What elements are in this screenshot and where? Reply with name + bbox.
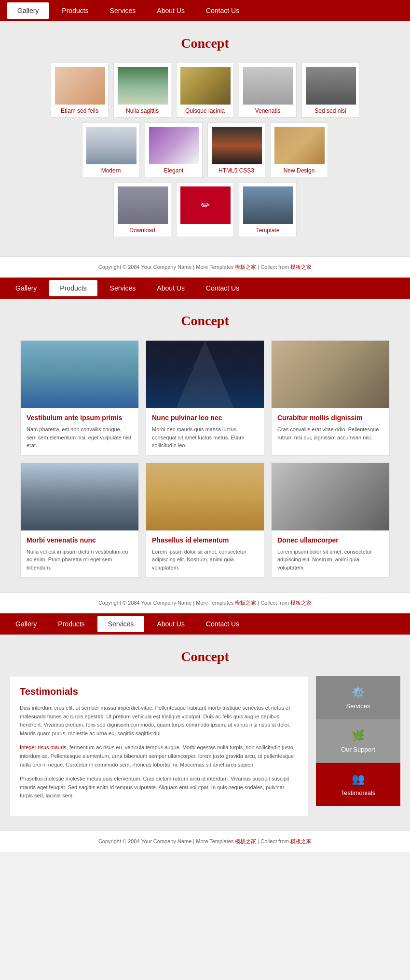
gallery-item[interactable]: New Design	[270, 122, 328, 177]
gallery-img	[243, 67, 293, 105]
testimonials-icon: 👥	[352, 773, 365, 785]
products-grid: Vestibulum ante ipsum primis Nam pharetr…	[10, 340, 400, 578]
nav-products: Gallery Products Services About Us Conta…	[0, 278, 410, 299]
product-card-body: Phasellus id elementum Lorem ipsum dolor…	[146, 530, 264, 578]
footer-link1[interactable]: 模板之家	[235, 600, 256, 606]
footer-link2[interactable]: 模板之家	[290, 838, 312, 844]
gallery-img	[243, 186, 293, 224]
gallery-item[interactable]: Nulla sagittis	[113, 63, 171, 118]
product-image	[21, 463, 138, 530]
product-card[interactable]: Donec ullamcorper Lorem ipsum dolor sit …	[271, 463, 390, 578]
footer-link1[interactable]: 模板之家	[235, 838, 256, 844]
footer-sep: | Collect from	[258, 838, 289, 844]
footer-text: Copyright © 2084 Your Company Name | Mor…	[98, 838, 233, 844]
gallery-item[interactable]: Modern	[82, 122, 140, 177]
gallery-item[interactable]: Sed sed nisi	[301, 63, 359, 118]
gallery-caption: Venenatis	[243, 107, 292, 114]
nav-item-products[interactable]: Products	[51, 0, 99, 21]
nav-gallery: Gallery Products Services About Us Conta…	[0, 0, 410, 21]
nav-item-products[interactable]: Products	[47, 613, 95, 635]
testimonials-panel: Testimonials Duis interdum eros elit, ut…	[10, 676, 308, 816]
gallery-item[interactable]: Download	[113, 182, 171, 237]
gallery-img	[212, 127, 262, 164]
gallery-caption: Nulla sagittis	[118, 107, 167, 114]
footer-link2[interactable]: 模板之家	[290, 264, 312, 270]
gallery-row-3: Download Template	[10, 182, 400, 237]
gallery-caption: Etiam sed felis	[55, 107, 104, 114]
section-gallery: Gallery Products Services About Us Conta…	[0, 0, 410, 278]
nav-item-services[interactable]: Services	[97, 616, 145, 632]
nav-item-gallery[interactable]: Gallery	[5, 278, 47, 299]
footer-link1[interactable]: 模板之家	[235, 264, 256, 270]
gallery-caption: Modern	[86, 167, 136, 174]
nav-item-about[interactable]: About Us	[146, 278, 195, 299]
sidebar-services-btn[interactable]: ⚙️ Services	[316, 676, 400, 719]
nav-item-contact[interactable]: Contact Us	[195, 0, 250, 21]
nav-item-services[interactable]: Services	[99, 0, 147, 21]
nav-item-gallery[interactable]: Gallery	[5, 613, 47, 635]
nav-item-about[interactable]: About Us	[146, 613, 195, 635]
gallery-item[interactable]: Template	[239, 182, 297, 237]
testimonials-para-1: Duis interdum eros elit, ut semper massa…	[20, 704, 298, 738]
product-card-body: Vestibulum ante ipsum primis Nam pharetr…	[21, 408, 138, 455]
product-card[interactable]: Curabitur mollis dignissim Cras convalli…	[271, 340, 390, 456]
gallery-img	[149, 127, 199, 164]
product-image	[146, 341, 264, 408]
gallery-caption: Download	[118, 227, 167, 234]
product-text: Lorem ipsum dolor sit amet, consectetur …	[277, 548, 383, 572]
sidebar-support-btn[interactable]: 🌿 Our Support	[316, 719, 400, 763]
gallery-item[interactable]: Etiam sed felis	[51, 63, 109, 118]
nav-services: Gallery Products Services About Us Conta…	[0, 613, 410, 635]
gallery-img	[180, 186, 231, 224]
services-icon: ⚙️	[352, 686, 365, 699]
gallery-img	[118, 67, 168, 105]
nav-item-contact[interactable]: Contact Us	[195, 278, 250, 299]
nav-item-gallery[interactable]: Gallery	[7, 2, 49, 19]
section-products: Gallery Products Services About Us Conta…	[0, 278, 410, 613]
product-card[interactable]: Morbi venenatis nunc Nulla vel est in ip…	[20, 463, 139, 578]
product-image	[21, 341, 138, 408]
gallery-img	[86, 127, 137, 164]
footer-link2[interactable]: 模板之家	[290, 600, 312, 606]
gallery-item[interactable]: Quisque lacinia	[176, 63, 234, 118]
gallery-img	[55, 67, 105, 105]
product-text: Morbi nec mauris quis massa luctus conse…	[152, 425, 258, 450]
services-sidebar: ⚙️ Services 🌿 Our Support 👥 Testimonials	[316, 676, 400, 816]
testimonials-title: Testimonials	[20, 686, 298, 697]
testimonials-para-3: Phasellus molestie molestie metus quis e…	[20, 775, 298, 800]
product-card-body: Morbi venenatis nunc Nulla vel est in ip…	[21, 530, 138, 578]
products-title: Concept	[10, 313, 400, 329]
nav-item-services[interactable]: Services	[99, 278, 147, 299]
footer-services: Copyright © 2084 Your Company Name | Mor…	[0, 831, 410, 852]
sidebar-testimonials-btn[interactable]: 👥 Testimonials	[316, 763, 400, 806]
gallery-item[interactable]	[176, 182, 234, 237]
gallery-item[interactable]: Venenatis	[239, 63, 297, 118]
product-title: Vestibulum ante ipsum primis	[27, 414, 133, 422]
footer-gallery: Copyright © 2084 Your Company Name | Mor…	[0, 256, 410, 278]
footer-products: Copyright © 2084 Your Company Name | Mor…	[0, 592, 410, 613]
section-services: Gallery Products Services About Us Conta…	[0, 613, 410, 852]
nav-item-products[interactable]: Products	[49, 280, 97, 296]
gallery-img	[274, 127, 325, 164]
footer-text: Copyright © 2084 Your Company Name | Mor…	[98, 264, 233, 270]
nav-item-about[interactable]: About Us	[146, 0, 195, 21]
testimonials-para-2: Integer risus mauris, fermentum ac risus…	[20, 743, 298, 769]
product-card[interactable]: Nunc pulvinar leo nec Morbi nec mauris q…	[146, 340, 264, 456]
product-text: Nulla vel est in ipsum dictum vestibulum…	[27, 548, 133, 572]
product-card[interactable]: Vestibulum ante ipsum primis Nam pharetr…	[20, 340, 139, 456]
gallery-img	[306, 67, 356, 105]
product-title: Curabitur mollis dignissim	[277, 414, 383, 422]
testimonials-highlight[interactable]: Integer risus mauris	[20, 744, 67, 750]
gallery-item[interactable]: Elegant	[145, 122, 203, 177]
gallery-caption: Elegant	[149, 167, 198, 174]
gallery-caption: Sed sed nisi	[306, 107, 355, 114]
nav-item-contact[interactable]: Contact Us	[195, 613, 250, 635]
product-card[interactable]: Phasellus id elementum Lorem ipsum dolor…	[146, 463, 264, 578]
gallery-title: Concept	[10, 36, 400, 51]
product-image	[146, 463, 264, 530]
product-title: Morbi venenatis nunc	[27, 536, 133, 544]
footer-text: Copyright © 2084 Your Company Name | Mor…	[98, 600, 233, 606]
gallery-item[interactable]: HTML5 CSS3	[207, 122, 265, 177]
sidebar-support-label: Our Support	[341, 746, 375, 753]
gallery-img	[118, 186, 168, 224]
